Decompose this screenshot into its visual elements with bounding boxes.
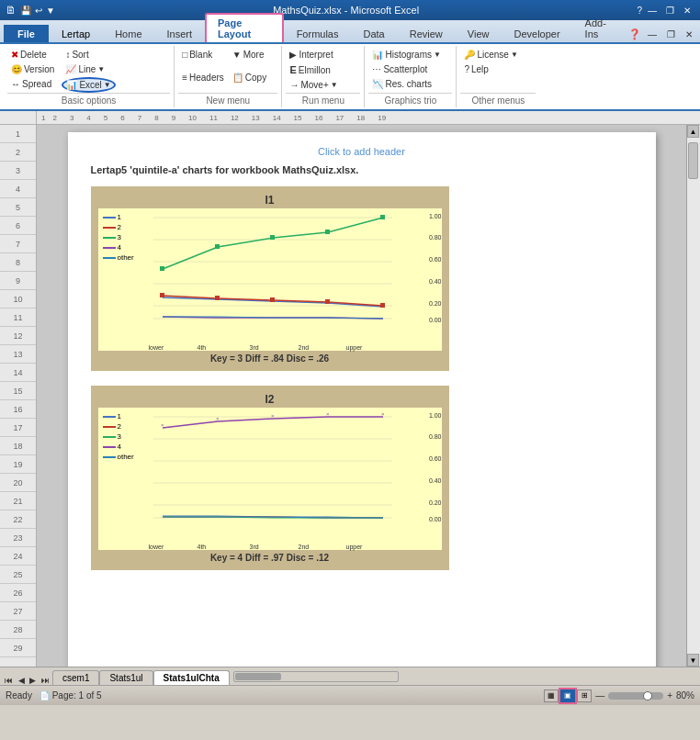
restore-button[interactable]: ❐ [662,5,678,17]
license-dropdown-icon: ▼ [511,50,518,59]
row-num-17: 17 [0,419,36,437]
sheet-area[interactable]: Click to add header Lertap5 'quintile-a'… [37,125,686,667]
sheet-tab-nav-arrows: ⏮ ◀ ▶ ⏭ [2,676,52,685]
delete-button[interactable]: ✖ Delete [7,48,61,62]
license-button[interactable]: 🔑 License ▼ [460,48,521,62]
sheet-tab-csem1[interactable]: csem1 [52,670,99,685]
sheet-nav-first[interactable]: ⏮ [2,676,16,685]
zoom-plus-button[interactable]: + [667,690,672,701]
tab-formulas[interactable]: Formulas [285,25,351,42]
lelp-button[interactable]: ? Lelp [460,62,491,76]
svg-rect-10 [380,303,385,308]
scatterplot-button[interactable]: ⋯ Scatterplot [368,62,431,76]
zoom-thumb[interactable] [643,691,652,701]
add-header-prompt[interactable]: Click to add header [91,146,633,157]
row-num-15: 15 [0,382,36,400]
row-num-16: 16 [0,400,36,419]
quick-access-save[interactable]: 💾 [20,6,31,16]
ribbon-content: ✖ Delete ↕ Sort 😊 Version 📈 Line ▼ ↔ Spr… [0,44,700,111]
elmillon-button[interactable]: E Elmillon [286,62,333,77]
page-layout-view-button[interactable]: ▣ [560,690,575,702]
zoom-minus-button[interactable]: — [595,690,604,701]
help-icon[interactable]: ? [637,6,642,16]
tab-lertap[interactable]: Lertap [50,25,102,42]
normal-view-button[interactable]: ▦ [544,690,559,702]
quick-access-undo[interactable]: ↩ [35,6,42,16]
minimize-button[interactable]: — [644,5,660,17]
row-num-18: 18 [0,437,36,455]
sheet-tab-stats1ulchta[interactable]: Stats1ulChta [153,670,230,685]
line-button[interactable]: 📈 Line ▼ [62,62,115,76]
tab-home[interactable]: Home [103,25,153,42]
status-right: ▦ ▣ ⊞ — + 80% [544,690,694,702]
line-dropdown-icon: ▼ [97,65,105,73]
sheet-tabs-bar: ⏮ ◀ ▶ ⏭ csem1 Stats1ul Stats1ulChta [0,667,700,685]
row-num-11: 11 [0,308,36,327]
version-button[interactable]: 😊 Version [7,62,61,76]
chart-i1-plot: 1.00 0.80 0.60 0.40 0.20 0.00 lower 4th … [144,208,442,351]
res-charts-button[interactable]: 📉 Res. charts [368,77,435,91]
zoom-slider[interactable] [608,692,663,700]
row-num-28: 28 [0,621,36,639]
scroll-down-button[interactable]: ▼ [687,654,699,667]
histograms-button[interactable]: 📊 Histograms ▼ [368,48,445,62]
ribbon-close-button[interactable]: ✕ [682,28,696,40]
tab-add-ins[interactable]: Add-Ins [573,14,627,42]
ruler-corner [0,111,37,125]
tab-data[interactable]: Data [351,25,396,42]
ribbon-restore-button[interactable]: ❐ [663,28,679,40]
tab-view[interactable]: View [456,25,502,42]
interpret-icon: ▶ [289,50,297,60]
tab-developer[interactable]: Developer [502,25,571,42]
excel-button[interactable]: 📊 Excel ▼ [62,77,115,93]
horizontal-scrollbar[interactable] [233,671,399,682]
more-button[interactable]: ▼ More [229,48,278,62]
headers-button[interactable]: ≡ Headers [178,71,228,84]
svg-rect-9 [325,299,330,304]
tab-page-layout[interactable]: Page Layout [205,13,284,42]
copy-button[interactable]: 📋 Copy [229,71,278,84]
blank-button[interactable]: □ Blank [178,48,228,62]
chart-i2-plot: × × × × × [144,408,442,550]
blank-icon: □ [182,50,187,60]
sheet-tab-stats1ul[interactable]: Stats1ul [99,670,152,685]
main-area: 1 2 3 4 5 6 7 8 9 10 11 12 13 14 15 16 1… [0,125,700,667]
sheet-tab-scroll-area [230,668,700,685]
row-num-2: 2 [0,143,36,162]
interpret-button[interactable]: ▶ Interpret [286,48,336,62]
chart-i1-legend: 1 2 3 4 other [98,208,144,351]
status-bar: Ready 📄 Page: 1 of 5 ▦ ▣ ⊞ — + 80% [0,685,700,705]
sort-button[interactable]: ↕ Sort [62,48,115,62]
sheet-nav-last[interactable]: ⏭ [39,676,52,685]
close-button[interactable]: ✕ [680,5,694,17]
row-num-13: 13 [0,345,36,364]
ribbon-help-icon[interactable]: ❓ [628,28,641,40]
page-break-view-button[interactable]: ⊞ [577,690,592,702]
vertical-scrollbar[interactable]: ▲ ▼ [686,125,700,667]
row-num-21: 21 [0,492,36,510]
other-menus-label: Other menus [460,93,536,106]
ribbon-group-other-menus: 🔑 License ▼ ? Lelp Other menus [457,46,539,107]
scroll-thumb[interactable] [688,142,698,179]
title-bar-title: MathsQuiz.xlsx - Microsoft Excel [55,5,638,16]
h-scroll-thumb[interactable] [235,673,281,680]
tab-file[interactable]: File [4,25,49,42]
scroll-up-button[interactable]: ▲ [687,125,699,138]
sheet-nav-prev[interactable]: ◀ [17,676,27,685]
basic-options-label: Basic options [7,93,170,106]
quick-access-more[interactable]: ▼ [46,6,55,16]
page-icon: 📄 [40,691,50,701]
move-button[interactable]: → Move+ ▼ [286,78,341,92]
tab-insert[interactable]: Insert [155,25,205,42]
tab-review[interactable]: Review [398,25,455,42]
chart-i1-caption: Key = 3 Diff = .84 Disc = .26 [98,353,442,364]
histograms-dropdown-icon: ▼ [434,50,441,59]
window-title: MathsQuiz.xlsx - Microsoft Excel [273,5,419,16]
column-ruler: 1 2 3 4 5 6 7 8 9 10 11 12 13 14 15 16 1… [37,111,700,125]
sheet-nav-next[interactable]: ▶ [28,676,38,685]
spread-button[interactable]: ↔ Spread [7,77,61,91]
license-icon: 🔑 [464,50,475,60]
chart-i1-title: I1 [98,194,442,207]
ribbon-minimize-button[interactable]: — [644,28,660,40]
chart-i2-inner: 1 2 3 4 other [98,408,442,550]
